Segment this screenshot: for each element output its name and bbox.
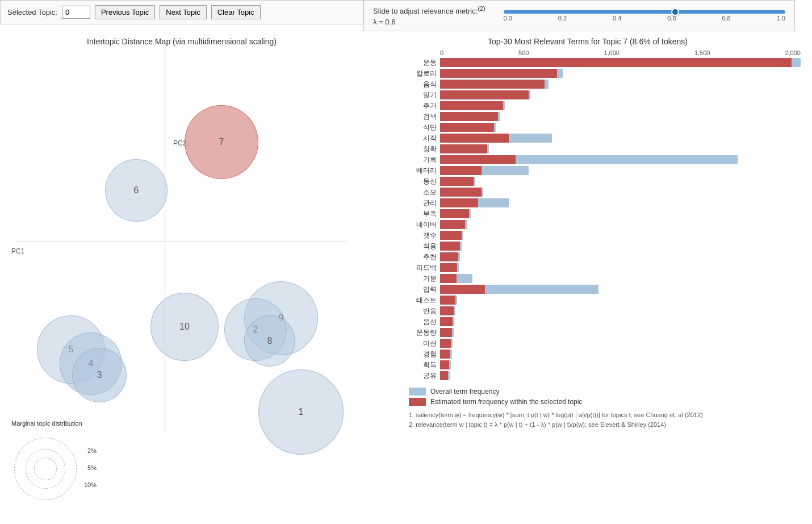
topic-circle-10[interactable]: 10: [150, 293, 219, 361]
bar-label: 획득: [409, 360, 440, 370]
bar-row: 기분: [409, 273, 801, 284]
bar-label: 시작: [409, 134, 440, 143]
bar-label: 운동량: [409, 328, 440, 338]
bar-label: 음선: [409, 317, 440, 327]
clear-topic-button[interactable]: Clear Topic: [211, 5, 261, 19]
bar-label: 검색: [409, 112, 440, 122]
bar-estimated: [440, 58, 792, 67]
legend-label-overall: Overall term frequency: [430, 388, 499, 396]
bar-row: 네이버: [409, 219, 801, 230]
map-canvas: PC2 PC1 76109285431: [6, 48, 358, 435]
footnote-2: 2. relevance(term w | topic t) = λ * p(w…: [409, 420, 801, 430]
legend-label-5: 5%: [87, 464, 97, 471]
bar-label: 테스트: [409, 296, 440, 305]
bar-estimated: [440, 155, 516, 164]
bar-wrapper: [440, 144, 801, 153]
legend-area: Marginal topic distribution 2% 5% 10%: [11, 420, 102, 509]
bar-row: 경험: [409, 349, 801, 359]
bar-estimated: [440, 188, 482, 197]
legend-label-10: 10%: [84, 481, 97, 488]
topic-circle-1[interactable]: 1: [258, 369, 344, 455]
bar-estimated: [440, 177, 474, 186]
bar-wrapper: [440, 339, 801, 348]
bar-wrapper: [440, 69, 801, 78]
bar-estimated: [440, 101, 503, 110]
bar-wrapper: [440, 252, 801, 261]
bar-wrapper: [440, 242, 801, 251]
bar-row: 입력: [409, 284, 801, 294]
bar-estimated: [440, 209, 469, 218]
legend-label-estimated: Estimated term frequency within the sele…: [430, 398, 582, 406]
topic-circle-7[interactable]: 7: [185, 105, 258, 179]
bar-row: 등산: [409, 176, 801, 186]
bar-label: 일기: [409, 90, 440, 100]
bar-estimated: [440, 80, 545, 89]
bar-label: 운동: [409, 58, 440, 68]
bar-wrapper: [440, 220, 801, 229]
bar-row: 추천: [409, 252, 801, 262]
bar-estimated: [440, 263, 457, 272]
bar-estimated: [440, 69, 557, 78]
bar-wrapper: [440, 274, 801, 283]
bar-wrapper: [440, 350, 801, 359]
bar-wrapper: [440, 296, 801, 305]
legend-swatch-estimated: [409, 398, 426, 406]
bar-row: 관리: [409, 198, 801, 208]
bar-row: 공유: [409, 371, 801, 381]
bar-wrapper: [440, 80, 801, 89]
bar-wrapper: [440, 134, 801, 143]
chart-title: Top-30 Most Relevant Terms for Topic 7 (…: [375, 37, 801, 46]
bar-label: 경험: [409, 350, 440, 359]
bar-row: 운동: [409, 57, 801, 68]
bar-estimated: [440, 317, 453, 326]
bar-label: 공유: [409, 371, 440, 381]
topic-circle-3[interactable]: 3: [72, 348, 127, 402]
next-topic-button[interactable]: Next Topic: [160, 5, 206, 19]
bar-row: 칼로리: [409, 68, 801, 78]
bar-estimated: [440, 220, 465, 229]
lambda-value: λ = 0.6: [373, 18, 395, 26]
bar-wrapper: [440, 177, 801, 186]
footnote-1: 1. saliency(term w) = frequency(w) * [su…: [409, 410, 801, 420]
selected-topic-input[interactable]: [62, 6, 90, 19]
bar-label: 배터리: [409, 166, 440, 176]
bar-row: 반응: [409, 306, 801, 316]
legend-swatch-overall: [409, 388, 426, 396]
topic-circle-6[interactable]: 6: [105, 159, 168, 222]
bar-row: 소모: [409, 187, 801, 197]
previous-topic-button[interactable]: Previous Topic: [95, 5, 155, 19]
bar-row: 일기: [409, 90, 801, 100]
bar-label: 미션: [409, 339, 440, 348]
bar-row: 갯수: [409, 230, 801, 240]
bar-estimated: [440, 339, 451, 348]
bar-row: 적용: [409, 241, 801, 251]
bar-estimated: [440, 371, 448, 380]
bar-label: 입력: [409, 285, 440, 294]
bar-wrapper: [440, 101, 801, 110]
pc1-label: PC1: [11, 247, 24, 255]
topic-circle-8[interactable]: 8: [244, 315, 295, 367]
bar-wrapper: [440, 155, 801, 164]
bar-estimated: [440, 252, 458, 261]
bar-wrapper: [440, 285, 801, 294]
bar-estimated: [440, 306, 454, 315]
bar-label: 음식: [409, 80, 440, 89]
bar-wrapper: [440, 360, 801, 369]
bar-label: 기록: [409, 155, 440, 165]
axis-labels: 05001,0001,5002,000: [440, 49, 801, 56]
bar-wrapper: [440, 231, 801, 240]
bar-estimated: [440, 166, 482, 175]
bar-row: 미션: [409, 338, 801, 348]
bar-row: 정확: [409, 144, 801, 154]
bar-row: 음선: [409, 317, 801, 327]
bar-estimated: [440, 123, 494, 132]
bar-wrapper: [440, 90, 801, 99]
bar-estimated: [440, 360, 449, 369]
bar-label: 추가: [409, 101, 440, 111]
bar-estimated: [440, 274, 457, 283]
relevance-slider-thumb[interactable]: [671, 8, 679, 16]
bar-wrapper: [440, 263, 801, 272]
bar-label: 네이버: [409, 220, 440, 230]
bar-wrapper: [440, 317, 801, 326]
bar-estimated: [440, 296, 455, 305]
